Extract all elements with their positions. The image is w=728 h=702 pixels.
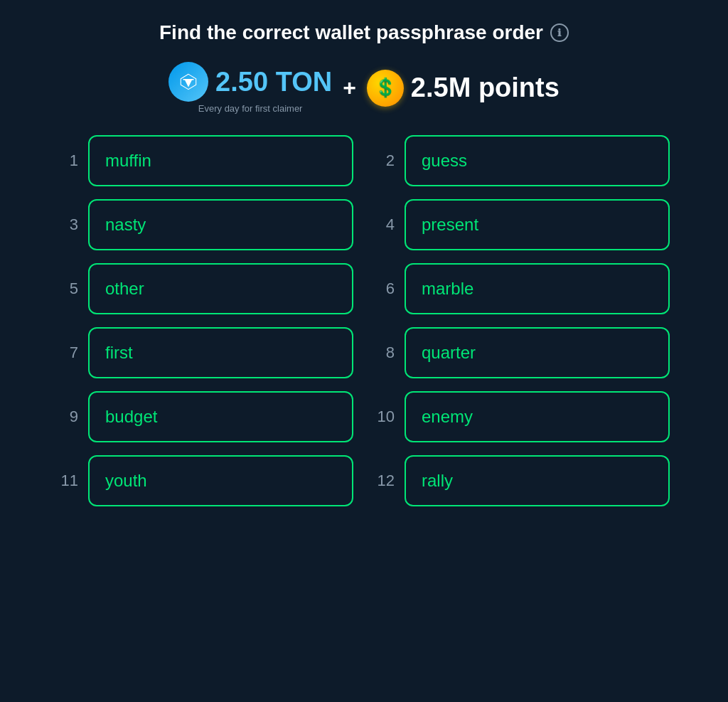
word-item[interactable]: 1muffin: [58, 135, 353, 186]
word-label: youth: [105, 471, 147, 491]
word-item[interactable]: 9budget: [58, 391, 353, 442]
word-box[interactable]: nasty: [88, 199, 353, 250]
main-container: Find the correct wallet passphrase order…: [14, 21, 714, 506]
word-number: 9: [58, 408, 78, 426]
ton-top: 2.50 TON: [168, 62, 332, 102]
info-icon[interactable]: ℹ: [550, 23, 569, 42]
word-box[interactable]: enemy: [405, 391, 670, 442]
word-box[interactable]: marble: [405, 263, 670, 314]
coin-icon: 💲: [367, 70, 404, 107]
word-label: present: [422, 215, 478, 235]
word-number: 1: [58, 151, 78, 170]
word-number: 3: [58, 216, 78, 234]
word-item[interactable]: 5other: [58, 263, 353, 314]
word-box[interactable]: rally: [405, 455, 670, 506]
word-number: 2: [375, 151, 395, 170]
word-number: 7: [58, 344, 78, 362]
plus-sign: +: [343, 75, 356, 101]
word-box[interactable]: quarter: [405, 327, 670, 378]
word-label: marble: [422, 279, 473, 299]
word-label: budget: [105, 407, 157, 427]
word-item[interactable]: 3nasty: [58, 199, 353, 250]
word-box[interactable]: present: [405, 199, 670, 250]
ton-subtitle: Every day for first claimer: [198, 103, 303, 114]
ton-icon: [168, 62, 208, 102]
word-label: quarter: [422, 343, 476, 363]
word-box[interactable]: muffin: [88, 135, 353, 186]
word-number: 6: [375, 280, 395, 298]
word-label: other: [105, 279, 144, 299]
word-label: rally: [422, 471, 453, 491]
word-label: enemy: [422, 407, 473, 427]
word-label: muffin: [105, 151, 151, 171]
ton-amount: 2.50 TON: [215, 67, 332, 97]
word-box[interactable]: budget: [88, 391, 353, 442]
points-section: 💲 2.5M points: [367, 70, 560, 107]
word-number: 12: [375, 472, 395, 490]
word-number: 4: [375, 216, 395, 234]
word-label: nasty: [105, 215, 146, 235]
word-grid: 1muffin2guess3nasty4present5other6marble…: [44, 135, 684, 506]
word-item[interactable]: 8quarter: [375, 327, 670, 378]
reward-row: 2.50 TON Every day for first claimer + 💲…: [168, 62, 560, 114]
word-item[interactable]: 11youth: [58, 455, 353, 506]
word-item[interactable]: 7first: [58, 327, 353, 378]
word-box[interactable]: guess: [405, 135, 670, 186]
word-number: 11: [58, 472, 78, 490]
word-number: 8: [375, 344, 395, 362]
page-title: Find the correct wallet passphrase order: [159, 21, 543, 44]
ton-logo-icon: [178, 71, 199, 92]
word-item[interactable]: 6marble: [375, 263, 670, 314]
word-label: guess: [422, 151, 467, 171]
word-label: first: [105, 343, 133, 363]
word-box[interactable]: other: [88, 263, 353, 314]
word-item[interactable]: 4present: [375, 199, 670, 250]
ton-section: 2.50 TON Every day for first claimer: [168, 62, 332, 114]
word-item[interactable]: 12rally: [375, 455, 670, 506]
word-box[interactable]: first: [88, 327, 353, 378]
word-number: 10: [375, 408, 395, 426]
word-item[interactable]: 10enemy: [375, 391, 670, 442]
word-item[interactable]: 2guess: [375, 135, 670, 186]
title-row: Find the correct wallet passphrase order…: [159, 21, 569, 44]
points-amount: 2.5M points: [411, 73, 560, 103]
word-box[interactable]: youth: [88, 455, 353, 506]
word-number: 5: [58, 280, 78, 298]
